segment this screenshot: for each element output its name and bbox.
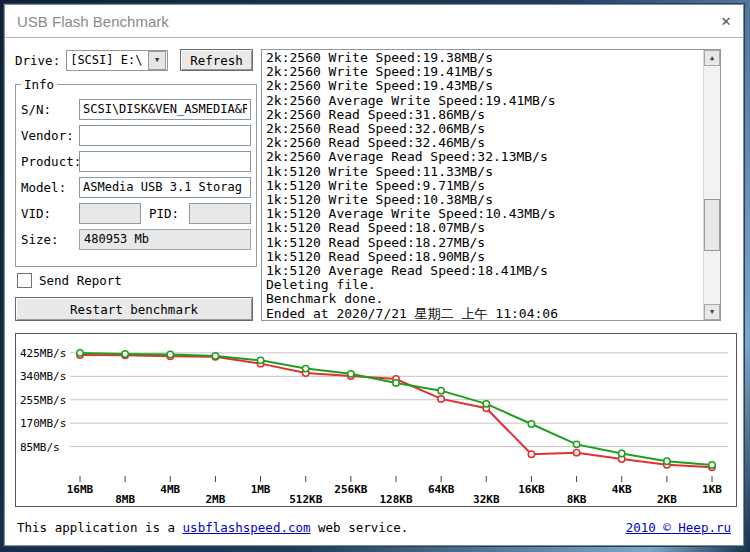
vid-pid-row: VID: PID:: [21, 202, 251, 224]
log-line: 2k:2560 Write Speed:19.41MB/s: [266, 65, 699, 79]
benchmark-chart: 425MB/s340MB/s255MB/s170MB/s85MB/s16MB8M…: [15, 333, 737, 507]
log-line: 1k:5120 Write Speed:9.71MB/s: [266, 179, 699, 193]
product-row: Product:: [21, 150, 251, 172]
svg-text:4KB: 4KB: [612, 483, 632, 496]
drive-label: Drive:: [15, 53, 60, 68]
log-line: 1k:5120 Read Speed:18.27MB/s: [266, 236, 699, 250]
titlebar: USB Flash Benchmark ✕: [5, 5, 743, 38]
drive-selected-value: [SCSI] E:\: [67, 53, 147, 67]
log-line: 1k:5120 Average Write Speed:10.43MB/s: [266, 207, 699, 221]
log-line: Deleting file.: [266, 278, 699, 292]
product-field[interactable]: [79, 151, 251, 172]
log-line: 1k:5120 Write Speed:10.38MB/s: [266, 193, 699, 207]
vendor-row: Vendor:: [21, 124, 251, 146]
copyright-link[interactable]: 2010 © Heep.ru: [626, 520, 731, 535]
vendor-label: Vendor:: [21, 128, 79, 143]
statusbar: This application is a usbflashspeed.com …: [5, 520, 743, 535]
log-line: Benchmark done.: [266, 292, 699, 306]
send-report-label: Send Report: [39, 273, 122, 288]
send-report-checkbox[interactable]: Send Report: [17, 273, 122, 288]
chart-svg: 425MB/s340MB/s255MB/s170MB/s85MB/s16MB8M…: [16, 334, 736, 506]
vid-field[interactable]: [79, 203, 141, 224]
refresh-button[interactable]: Refresh: [180, 49, 253, 71]
svg-text:425MB/s: 425MB/s: [20, 347, 66, 360]
info-groupbox: Info S/N: Vendor: Product: Model: VID: P…: [15, 77, 257, 267]
svg-text:1KB: 1KB: [702, 483, 722, 496]
restart-benchmark-button[interactable]: Restart benchmark: [15, 297, 253, 321]
svg-text:64KB: 64KB: [428, 483, 455, 496]
product-label: Product:: [21, 154, 79, 169]
log-line: 2k:2560 Write Speed:19.43MB/s: [266, 79, 699, 93]
log-line: 2k:2560 Average Write Speed:19.41MB/s: [266, 94, 699, 108]
log-line: 1k:5120 Average Read Speed:18.41MB/s: [266, 264, 699, 278]
scrollbar-track[interactable]: [704, 66, 720, 304]
sn-row: S/N:: [21, 98, 251, 120]
usbflashspeed-link[interactable]: usbflashspeed.com: [183, 520, 311, 535]
svg-text:340MB/s: 340MB/s: [20, 370, 66, 383]
log-line: 2k:2560 Read Speed:32.46MB/s: [266, 136, 699, 150]
drive-row: Drive: [SCSI] E:\ ▼ Refresh: [15, 49, 253, 71]
svg-text:8KB: 8KB: [567, 493, 587, 506]
svg-text:170MB/s: 170MB/s: [20, 417, 66, 430]
log-output[interactable]: 2k:2560 Write Speed:19.38MB/s2k:2560 Wri…: [262, 50, 703, 320]
chevron-down-icon[interactable]: ▼: [148, 51, 166, 70]
info-legend: Info: [21, 77, 57, 92]
svg-text:2KB: 2KB: [657, 493, 677, 506]
checkbox-icon[interactable]: [17, 273, 32, 288]
svg-text:4MB: 4MB: [160, 483, 180, 496]
svg-text:2MB: 2MB: [205, 493, 225, 506]
status-prefix: This application is a: [17, 520, 183, 535]
svg-text:256KB: 256KB: [334, 483, 367, 496]
size-value: 480953 Mb: [79, 229, 251, 250]
log-line: 2k:2560 Write Speed:19.38MB/s: [266, 51, 699, 65]
sn-label: S/N:: [21, 102, 79, 117]
pid-label: PID:: [141, 206, 189, 221]
svg-text:128KB: 128KB: [379, 493, 412, 506]
scroll-down-icon[interactable]: ▼: [704, 304, 720, 320]
log-line: 2k:2560 Read Speed:31.86MB/s: [266, 108, 699, 122]
scrollbar-thumb[interactable]: [704, 199, 720, 251]
drive-select[interactable]: [SCSI] E:\ ▼: [66, 50, 168, 71]
pid-field[interactable]: [189, 203, 251, 224]
svg-text:512KB: 512KB: [289, 493, 322, 506]
log-line: Ended at 2020/7/21 星期二 上午 11:04:06: [266, 307, 699, 320]
log-scrollbar[interactable]: ▲ ▼: [703, 50, 720, 320]
svg-text:85MB/s: 85MB/s: [20, 441, 60, 454]
model-row: Model:: [21, 176, 251, 198]
window-title: USB Flash Benchmark: [17, 13, 721, 30]
scroll-up-icon[interactable]: ▲: [704, 50, 720, 66]
svg-text:8MB: 8MB: [115, 493, 135, 506]
vid-label: VID:: [21, 206, 79, 221]
status-suffix: web service.: [311, 520, 409, 535]
svg-text:32KB: 32KB: [473, 493, 500, 506]
model-field[interactable]: [79, 177, 251, 198]
app-window: USB Flash Benchmark ✕ Drive: [SCSI] E:\ …: [4, 4, 744, 546]
svg-text:1MB: 1MB: [251, 483, 271, 496]
sn-field[interactable]: [79, 99, 251, 120]
vendor-field[interactable]: [79, 125, 251, 146]
svg-text:255MB/s: 255MB/s: [20, 394, 66, 407]
log-line: 2k:2560 Average Read Speed:32.13MB/s: [266, 150, 699, 164]
svg-text:16KB: 16KB: [518, 483, 545, 496]
log-line: 1k:5120 Read Speed:18.90MB/s: [266, 250, 699, 264]
model-label: Model:: [21, 180, 79, 195]
log-line: 1k:5120 Read Speed:18.07MB/s: [266, 221, 699, 235]
size-row: Size: 480953 Mb: [21, 228, 251, 250]
log-panel: 2k:2560 Write Speed:19.38MB/s2k:2560 Wri…: [261, 49, 721, 321]
svg-text:16MB: 16MB: [67, 483, 94, 496]
log-line: 1k:5120 Write Speed:11.33MB/s: [266, 165, 699, 179]
log-line: 2k:2560 Read Speed:32.06MB/s: [266, 122, 699, 136]
status-text: This application is a usbflashspeed.com …: [17, 520, 408, 535]
size-label: Size:: [21, 232, 79, 247]
close-icon[interactable]: ✕: [721, 13, 731, 29]
